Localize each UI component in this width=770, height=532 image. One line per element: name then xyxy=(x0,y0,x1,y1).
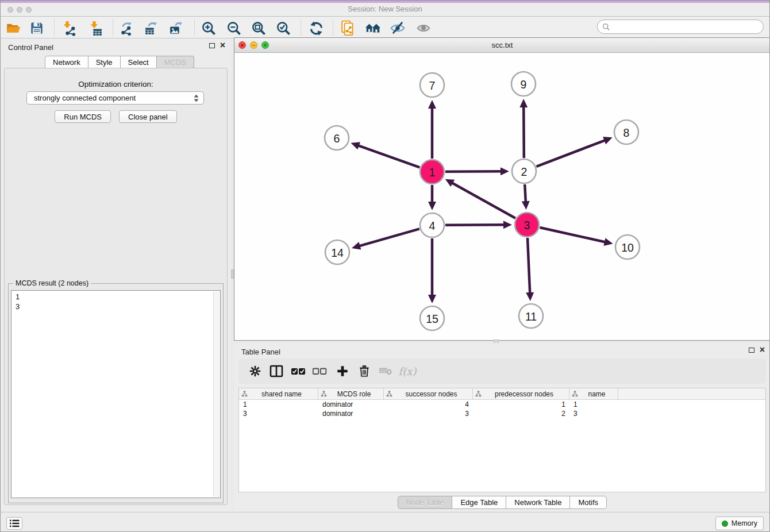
table-cell[interactable]: 4 xyxy=(384,400,473,409)
table-row[interactable]: 1dominator411 xyxy=(239,400,765,409)
save-session-icon[interactable] xyxy=(28,20,45,37)
tab-edge-table[interactable]: Edge Table xyxy=(452,496,506,509)
delete-column-icon[interactable] xyxy=(355,363,374,380)
graph-edge-arrowhead xyxy=(428,295,436,303)
open-session-icon[interactable] xyxy=(5,20,22,37)
select-all-icon[interactable] xyxy=(289,363,307,380)
graph-edge-1-6[interactable] xyxy=(359,145,420,167)
gear-icon[interactable] xyxy=(246,363,264,380)
refresh-icon[interactable] xyxy=(307,20,325,37)
network-canvas[interactable]: 1234678910111415 xyxy=(234,53,770,340)
first-neighbors-icon[interactable] xyxy=(364,20,382,37)
network-view-window: × − + scc.txt 1234678910111415 xyxy=(234,37,770,341)
export-network-icon[interactable] xyxy=(117,20,134,37)
tab-network[interactable]: Network xyxy=(45,56,88,68)
graph-edge-arrowhead xyxy=(352,242,361,249)
new-network-from-selection-icon[interactable] xyxy=(340,20,357,37)
column-header-shared-name[interactable]: shared name xyxy=(239,388,318,399)
graph-edge-arrowhead xyxy=(503,221,512,229)
column-header-name[interactable]: name xyxy=(569,388,618,399)
table-cell[interactable]: 3 xyxy=(239,409,318,418)
graph-edge-3-1[interactable] xyxy=(452,183,515,218)
zoom-selected-icon[interactable] xyxy=(275,20,292,37)
column-header-predecessor-nodes[interactable]: predecessor nodes xyxy=(473,388,569,399)
search-input[interactable] xyxy=(613,22,763,31)
float-window-icon[interactable] xyxy=(749,348,754,353)
table-cell[interactable]: 3 xyxy=(569,409,618,418)
hide-selected-icon[interactable] xyxy=(389,20,406,37)
table-cell[interactable]: 1 xyxy=(473,400,569,409)
graph-edge-arrowhead xyxy=(428,100,436,109)
graph-edge-2-3[interactable] xyxy=(525,184,526,202)
search-field[interactable] xyxy=(597,20,764,34)
show-all-icon[interactable] xyxy=(415,20,432,37)
add-column-icon[interactable] xyxy=(333,363,352,380)
zoom-out-icon[interactable] xyxy=(225,20,242,37)
zoom-fit-icon[interactable] xyxy=(250,20,267,37)
graph-node-label: 7 xyxy=(429,79,436,92)
close-panel-button[interactable]: Close panel xyxy=(119,110,177,123)
select-chevrons-icon xyxy=(194,94,199,102)
tab-select[interactable]: Select xyxy=(121,56,157,68)
graph-edge-2-8[interactable] xyxy=(536,140,605,167)
tab-style[interactable]: Style xyxy=(88,56,121,68)
graph-edge-3-11[interactable] xyxy=(528,238,530,293)
import-table-icon[interactable] xyxy=(87,20,104,37)
close-panel-icon[interactable]: × xyxy=(220,42,225,49)
tab-mcds[interactable]: MCDS xyxy=(157,56,194,68)
optimization-criterion-select[interactable]: strongly connected component xyxy=(26,91,204,105)
toolbar-separator xyxy=(194,20,195,36)
function-builder-icon: f(x) xyxy=(398,363,417,380)
export-table-icon[interactable] xyxy=(143,20,160,37)
result-scrollbar[interactable] xyxy=(213,291,220,497)
float-window-icon[interactable] xyxy=(209,43,215,48)
tab-motifs[interactable]: Motifs xyxy=(570,496,607,509)
export-image-icon[interactable] xyxy=(167,20,184,37)
import-network-icon[interactable] xyxy=(60,20,77,37)
table-cell[interactable]: dominator xyxy=(318,409,384,418)
graph-node-label: 1 xyxy=(429,166,436,179)
graph-edge-4-3[interactable] xyxy=(445,225,504,225)
table-cell[interactable]: 1 xyxy=(239,400,318,409)
graph-edge-3-10[interactable] xyxy=(540,228,605,242)
optimization-criterion-value: strongly connected component xyxy=(34,94,194,102)
run-mcds-button[interactable]: Run MCDS xyxy=(55,110,111,123)
table-header-row: shared nameMCDS rolesuccessor nodesprede… xyxy=(239,388,765,400)
toolbar-separator xyxy=(333,20,333,36)
graph-node-label: 14 xyxy=(331,246,344,259)
split-columns-icon[interactable] xyxy=(267,363,286,380)
table-row[interactable]: 3dominator323 xyxy=(239,409,765,418)
table-cell[interactable]: 3 xyxy=(384,409,473,418)
graph-edge-4-14[interactable] xyxy=(359,229,419,246)
table-cell[interactable]: 1 xyxy=(569,400,618,409)
deselect-all-icon[interactable] xyxy=(310,363,329,380)
graph-node-label: 6 xyxy=(334,132,340,145)
memory-button[interactable]: Memory xyxy=(715,516,764,530)
task-history-button[interactable] xyxy=(6,517,22,530)
graph-edge-2-9[interactable] xyxy=(523,107,524,158)
graph-edge-1-2[interactable] xyxy=(445,171,501,172)
table-cell[interactable]: dominator xyxy=(318,400,384,409)
column-header-mcds-role[interactable]: MCDS role xyxy=(318,388,384,399)
graph-edge-arrowhead xyxy=(526,292,534,301)
window-title: Session: New Session xyxy=(1,5,769,13)
graph-node-label: 8 xyxy=(623,126,630,139)
close-panel-icon[interactable]: × xyxy=(760,346,765,353)
list-icon xyxy=(9,519,20,528)
delete-table-icon xyxy=(376,363,395,380)
table-cell[interactable]: 2 xyxy=(473,409,569,418)
window-top-accent xyxy=(1,1,769,3)
network-window-title: scc.txt xyxy=(234,41,770,49)
zoom-in-icon[interactable] xyxy=(200,20,217,37)
column-header-successor-nodes[interactable]: successor nodes xyxy=(384,388,473,399)
graph-node-label: 2 xyxy=(521,165,528,178)
tab-network-table[interactable]: Network Table xyxy=(506,496,570,509)
mcds-result-fieldset: MCDS result (2 nodes) 1 3 xyxy=(8,283,224,503)
mcds-result-box[interactable]: 1 3 xyxy=(11,290,221,498)
window-titlebar: Session: New Session xyxy=(1,1,769,17)
node-table: shared nameMCDS rolesuccessor nodesprede… xyxy=(238,388,766,492)
mcds-result-text: 1 3 xyxy=(11,291,220,313)
tab-node-table[interactable]: Node Table xyxy=(398,496,453,509)
table-panel: Table Panel × xyxy=(234,343,770,511)
control-panel-tabs: NetworkStyleSelectMCDS xyxy=(45,56,194,68)
